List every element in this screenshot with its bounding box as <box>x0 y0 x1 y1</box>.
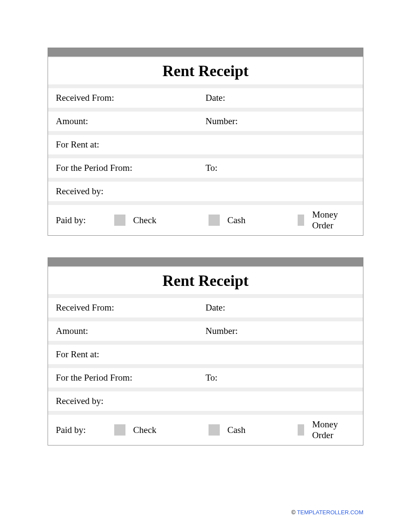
pay-option-cash: Cash <box>209 419 246 441</box>
label-date: Date: <box>206 93 355 103</box>
label-for-rent-at: For Rent at: <box>56 349 206 360</box>
row-received-by: Received by: <box>48 182 363 201</box>
checkbox-cash[interactable] <box>209 215 220 226</box>
label-received-from: Received From: <box>56 93 206 103</box>
label-to: To: <box>206 163 355 173</box>
receipt-title: Rent Receipt <box>48 272 363 290</box>
label-to: To: <box>206 372 355 383</box>
pay-option-cash: Cash <box>209 209 246 231</box>
row-amount: Amount: Number: <box>48 321 363 341</box>
pay-option-check: Check <box>114 419 157 441</box>
label-received-by: Received by: <box>56 396 206 407</box>
row-received-from: Received From: Date: <box>48 88 363 108</box>
label-amount: Amount: <box>56 326 206 337</box>
checkbox-check[interactable] <box>114 215 125 226</box>
row-paid-by: Paid by: Check Cash Money Order <box>48 205 363 235</box>
checkbox-money-order[interactable] <box>298 215 305 226</box>
footer: © TEMPLATEROLLER.COM <box>291 509 363 516</box>
receipt-topbar <box>48 48 363 57</box>
label-check: Check <box>133 215 157 226</box>
row-period: For the Period From: To: <box>48 158 363 178</box>
label-period-from: For the Period From: <box>56 163 206 173</box>
checkbox-check[interactable] <box>114 424 125 436</box>
label-period-from: For the Period From: <box>56 372 206 383</box>
label-received-from: Received From: <box>56 302 206 313</box>
row-for-rent-at: For Rent at: <box>48 345 363 364</box>
receipt-title-wrap: Rent Receipt <box>48 267 363 294</box>
row-received-from: Received From: Date: <box>48 298 363 317</box>
rent-receipt-card: Rent Receipt Received From: Date: Amount… <box>48 257 363 445</box>
label-amount: Amount: <box>56 116 206 127</box>
receipt-title-wrap: Rent Receipt <box>48 58 363 84</box>
rent-receipt-card: Rent Receipt Received From: Date: Amount… <box>48 48 363 236</box>
label-money-order: Money Order <box>312 419 342 441</box>
checkbox-money-order[interactable] <box>298 424 305 436</box>
label-money-order: Money Order <box>312 209 342 231</box>
label-paid-by: Paid by: <box>56 425 114 436</box>
pay-option-money-order: Money Order <box>298 419 343 441</box>
row-amount: Amount: Number: <box>48 112 363 131</box>
label-number: Number: <box>206 326 355 337</box>
pay-option-money-order: Money Order <box>298 209 343 231</box>
row-for-rent-at: For Rent at: <box>48 135 363 154</box>
label-received-by: Received by: <box>56 186 206 197</box>
receipt-topbar <box>48 258 363 266</box>
footer-link[interactable]: TEMPLATEROLLER.COM <box>297 509 363 516</box>
label-cash: Cash <box>228 425 246 436</box>
label-check: Check <box>133 425 157 436</box>
footer-copyright: © <box>291 509 295 516</box>
receipt-title: Rent Receipt <box>48 62 363 80</box>
pay-option-check: Check <box>114 209 157 231</box>
label-number: Number: <box>206 116 355 127</box>
row-period: For the Period From: To: <box>48 368 363 388</box>
label-for-rent-at: For Rent at: <box>56 139 206 150</box>
row-paid-by: Paid by: Check Cash Money Order <box>48 415 363 445</box>
row-received-by: Received by: <box>48 391 363 411</box>
checkbox-cash[interactable] <box>209 424 220 436</box>
label-date: Date: <box>206 302 355 313</box>
label-cash: Cash <box>228 215 246 226</box>
label-paid-by: Paid by: <box>56 215 114 226</box>
